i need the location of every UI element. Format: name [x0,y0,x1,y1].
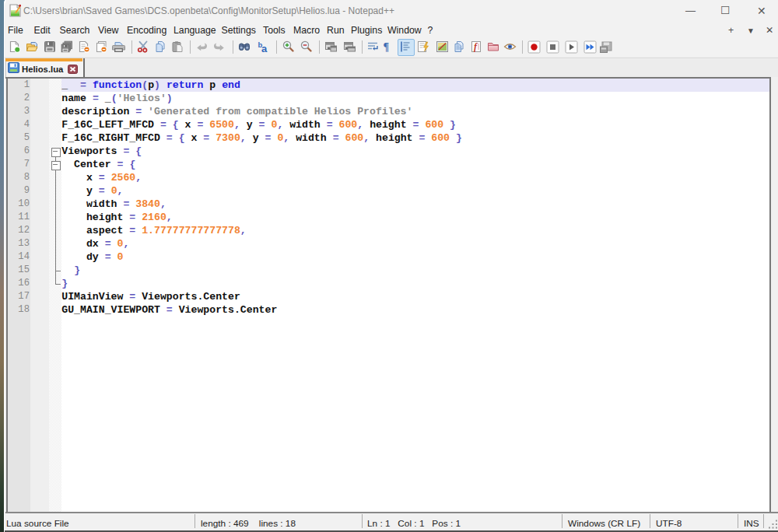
svg-text:¶: ¶ [384,41,390,53]
svg-text:a: a [261,43,268,53]
